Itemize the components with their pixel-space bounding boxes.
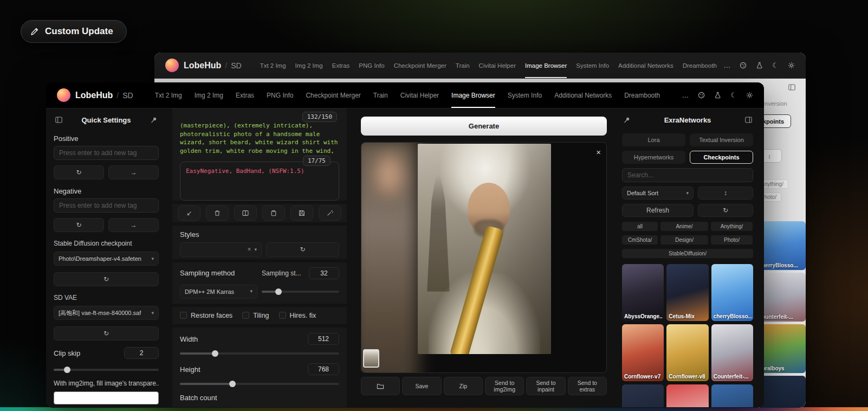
bg-tab-system-info[interactable]: System Info — [576, 53, 609, 78]
tab-pnginfo[interactable]: PNG Info — [267, 82, 293, 108]
tab-checkpoints[interactable]: Checkpoints — [690, 151, 753, 164]
filter-photo[interactable]: Photo/ — [711, 235, 753, 245]
filter-cmshota[interactable]: CmShota/ — [622, 235, 658, 245]
checkpoint-refresh-button[interactable]: ↻ — [54, 272, 159, 286]
bg-model-card[interactable]: herryBlosso... — [760, 221, 806, 270]
pin-icon[interactable] — [622, 115, 632, 125]
model-card[interactable]: AbyssOrange... — [622, 264, 664, 321]
clip-skip-input[interactable] — [124, 347, 159, 359]
bg-tab-dreambooth[interactable]: Dreambooth — [683, 53, 717, 78]
positive-tag-input[interactable] — [54, 146, 159, 160]
refresh-button[interactable]: Refresh — [622, 204, 694, 217]
width-slider[interactable] — [180, 350, 339, 357]
generate-button[interactable]: Generate — [361, 117, 607, 136]
checkpoint-select[interactable]: Photo\Dreamshaper-v4.safeten ▾ — [54, 252, 159, 266]
filter-all[interactable]: all — [622, 222, 658, 231]
tab-dreambooth[interactable]: Dreambooth — [624, 82, 660, 108]
bg-tab-extras[interactable]: Extras — [332, 53, 350, 78]
search-input[interactable] — [622, 168, 753, 182]
restore-faces-checkbox[interactable]: Restore faces — [180, 312, 232, 319]
width-slider-handle[interactable] — [212, 350, 218, 357]
filter-stablediffusion[interactable]: StableDiffusion/ — [622, 249, 753, 258]
palette-icon[interactable] — [698, 92, 705, 99]
positive-sync-button[interactable]: ↻ — [54, 165, 104, 179]
bg-tab-pnginfo[interactable]: PNG Info — [359, 53, 384, 78]
filter-design[interactable]: Design/ — [660, 235, 708, 245]
more-icon[interactable]: … — [723, 62, 730, 69]
bg-tab-checkpoint-merger[interactable]: Checkpoint Merger — [394, 53, 446, 78]
gear-icon[interactable] — [746, 92, 753, 99]
model-card[interactable]: Counterfeit-... — [711, 324, 753, 381]
vae-select[interactable]: [高饱和] vae-ft-mse-840000.saf ▾ — [54, 306, 159, 320]
pin-icon[interactable] — [149, 115, 159, 125]
negative-sync-button[interactable]: ↻ — [54, 218, 104, 232]
styles-select[interactable]: × ▾ — [180, 242, 262, 257]
bg-tab-img2img[interactable]: Img 2 Img — [295, 53, 323, 78]
model-card[interactable]: cherryBlosso... — [711, 264, 753, 321]
save-button[interactable]: Save — [402, 377, 441, 395]
filter-anything[interactable]: Anything/ — [711, 222, 753, 231]
sampling-steps-input[interactable] — [309, 267, 339, 279]
model-card[interactable] — [622, 384, 664, 407]
clip-skip-slider[interactable] — [54, 367, 159, 373]
collapse-panel-icon[interactable] — [54, 115, 63, 125]
refresh-icon-button[interactable]: ↻ — [698, 204, 753, 217]
model-card[interactable]: Cornflower-v7 — [622, 324, 664, 381]
bg-tab-civitai-helper[interactable]: Civitai Helper — [479, 53, 516, 78]
gallery-thumbnail[interactable] — [363, 349, 379, 368]
bg-tab-textual-inversion-partial[interactable]: Inversion — [763, 100, 787, 107]
toolbar-clear-button[interactable] — [206, 206, 229, 221]
collapse-panel-icon[interactable] — [743, 115, 753, 125]
custom-update-button[interactable]: Custom Update — [21, 20, 127, 43]
sort-direction-button[interactable]: ↕ — [698, 187, 753, 200]
bg-model-card[interactable]: ounterfeit-... — [760, 273, 806, 322]
filter-anime[interactable]: Anime/ — [660, 222, 708, 231]
positive-apply-button[interactable]: → — [108, 165, 159, 179]
toolbar-extra-networks-button[interactable] — [234, 206, 257, 221]
bg-panel-icon[interactable] — [787, 82, 796, 92]
sampling-steps-slider-handle[interactable] — [275, 288, 282, 295]
tab-system-info[interactable]: System Info — [508, 82, 542, 108]
sort-select[interactable]: Default Sort ▾ — [622, 187, 694, 200]
height-input[interactable] — [308, 363, 339, 375]
toolbar-apply-style-button[interactable] — [262, 206, 285, 221]
flask-icon[interactable] — [714, 92, 721, 99]
tab-train[interactable]: Train — [373, 82, 388, 108]
bg-tab-image-browser[interactable]: Image Browser — [525, 53, 567, 78]
more-icon[interactable]: … — [682, 92, 689, 99]
send-to-extras-button[interactable]: Send to extras — [568, 377, 607, 395]
tab-img2img[interactable]: Img 2 Img — [195, 82, 223, 108]
tab-lora[interactable]: Lora — [622, 133, 685, 146]
generated-image[interactable] — [418, 144, 551, 354]
height-slider[interactable] — [180, 381, 339, 387]
open-folder-button[interactable] — [361, 377, 400, 395]
send-to-img2img-button[interactable]: Send to img2img — [485, 377, 524, 395]
checkbox-box[interactable] — [242, 312, 249, 319]
checkbox-box[interactable] — [279, 312, 286, 319]
hires-fix-checkbox[interactable]: Hires. fix — [279, 312, 316, 319]
zip-button[interactable]: Zip — [444, 377, 483, 395]
tiling-checkbox[interactable]: Tiling — [242, 312, 269, 319]
sampler-select[interactable]: DPM++ 2M Karras ▾ — [180, 285, 257, 299]
positive-prompt-textarea[interactable]: (masterpiece), (extremely intricate), ph… — [180, 121, 339, 155]
model-card[interactable] — [666, 384, 708, 407]
close-image-button[interactable]: × — [596, 148, 601, 156]
tab-textual-inversion[interactable]: Textual Inversion — [690, 133, 753, 146]
moon-icon[interactable]: ☾ — [772, 62, 779, 69]
model-card[interactable] — [711, 384, 753, 407]
palette-icon[interactable] — [740, 62, 747, 69]
flask-icon[interactable] — [756, 62, 763, 69]
tab-extras[interactable]: Extras — [236, 82, 254, 108]
negative-prompt-textarea[interactable]: 17/75 EasyNegative, BadHand, (NSFW:1.5) — [180, 162, 339, 201]
styles-refresh-button[interactable]: ↻ — [266, 242, 339, 257]
clear-icon[interactable]: × — [247, 246, 251, 253]
checkbox-box[interactable] — [180, 312, 187, 319]
gear-icon[interactable] — [788, 62, 795, 69]
send-to-inpaint-button[interactable]: Send to inpaint — [526, 377, 565, 395]
tab-hypernetworks[interactable]: Hypernetworks — [622, 151, 685, 164]
tab-civitai-helper[interactable]: Civitai Helper — [400, 82, 439, 108]
height-slider-handle[interactable] — [229, 381, 236, 387]
color-picker-swatch[interactable] — [54, 391, 159, 404]
toolbar-magic-button[interactable] — [319, 206, 341, 221]
toolbar-paste-params-button[interactable]: ↙ — [178, 206, 200, 221]
